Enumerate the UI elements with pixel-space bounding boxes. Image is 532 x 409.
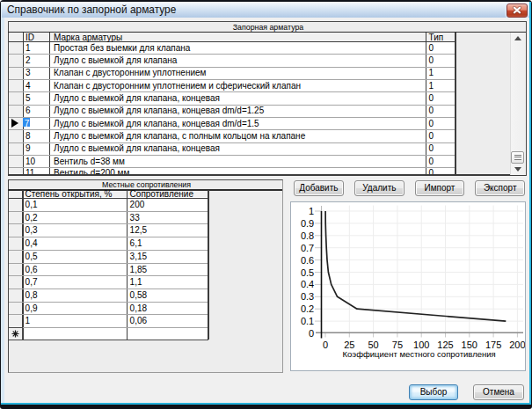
svg-text:0.7: 0.7 — [301, 242, 314, 252]
svg-text:0.8: 0.8 — [301, 230, 314, 240]
svg-text:0.9: 0.9 — [301, 217, 314, 228]
svg-text:0: 0 — [309, 328, 314, 339]
svg-text:0.6: 0.6 — [301, 254, 314, 265]
svg-text:0.4: 0.4 — [301, 279, 314, 289]
svg-text:0.2: 0.2 — [301, 303, 314, 314]
svg-text:200: 200 — [509, 340, 525, 350]
svg-text:1: 1 — [309, 206, 314, 216]
svg-text:Коэффициент местного сопротивл: Коэффициент местного сопротивления — [343, 349, 496, 359]
svg-text:0.5: 0.5 — [301, 267, 314, 277]
svg-text:0.1: 0.1 — [301, 316, 314, 326]
svg-text:0.3: 0.3 — [301, 291, 314, 302]
svg-text:0: 0 — [323, 340, 328, 350]
